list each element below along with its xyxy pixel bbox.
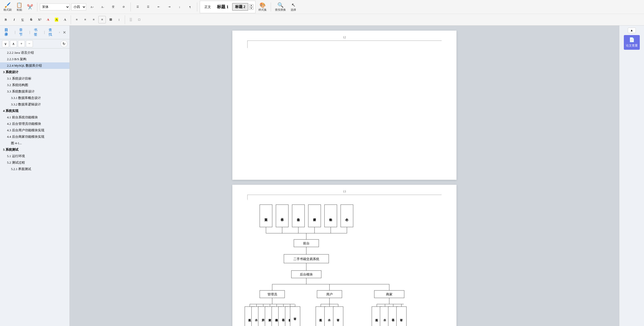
superscript-button[interactable]: X² <box>36 16 43 23</box>
italic-label: I <box>14 18 15 22</box>
cut-button[interactable]: ✂️ <box>26 3 34 11</box>
show-para-button[interactable]: ¶ <box>186 5 194 9</box>
increase-font-button[interactable]: A+ <box>88 5 96 9</box>
cut-icon: ✂️ <box>27 4 33 10</box>
bold-button[interactable]: B <box>2 16 10 23</box>
refresh-button[interactable]: ↻ <box>60 40 68 47</box>
outline-item[interactable]: 3.2 系统结构图 <box>0 82 70 88</box>
paper-check-button[interactable]: 📄 论文查重 <box>624 35 640 50</box>
outline-item[interactable]: 3.3.1 数据库概念设计 <box>0 95 70 101</box>
sidebar-close-button[interactable]: ✕ <box>61 30 68 35</box>
collapse-button[interactable]: ∨ <box>2 40 9 47</box>
paste-icon: 📋 <box>16 2 22 8</box>
page-12: 12 <box>232 31 456 180</box>
outline-item[interactable]: 2.2.3 B/S 架构 <box>0 56 70 62</box>
document-area[interactable]: 12 13 浏览首页 二手 <box>70 26 619 326</box>
tab-toc[interactable]: 目录 <box>2 27 14 37</box>
svg-rect-88 <box>396 307 406 326</box>
bullet-list-button[interactable]: ☰ <box>133 4 142 9</box>
svg-rect-6 <box>308 205 321 227</box>
underline-button[interactable]: U <box>19 16 26 23</box>
sep6 <box>125 15 125 24</box>
toolbar-row1: 🖌️ 格式刷 📋 粘贴 ✂️ 宋体 小四 A+ A- 变 ⊘ <box>0 0 644 14</box>
highlight-button[interactable]: A <box>53 16 60 23</box>
outline-item[interactable]: 5 系统测试 <box>0 147 70 153</box>
page13-top-border <box>247 195 442 195</box>
outline-item[interactable]: 3.3.2 数据库逻辑设计 <box>0 101 70 108</box>
style-scroll-down[interactable]: ▼ <box>249 7 253 10</box>
font-color-icon: A <box>47 18 49 22</box>
outline-item[interactable]: 4.1 前台系统功能模块 <box>0 114 70 121</box>
shading-button[interactable]: ░ <box>127 16 134 23</box>
line-spacing-button[interactable]: ↕ <box>115 16 123 23</box>
outline-item[interactable]: 图 4-1... <box>0 140 70 147</box>
outline-item[interactable]: 4.3 后台用户功能模块实现 <box>0 127 70 134</box>
align-left-button[interactable]: ≡ <box>73 16 80 23</box>
change-case-label: 变 <box>112 5 114 9</box>
outline-item[interactable]: 5.2 测试过程 <box>0 160 70 166</box>
style-h1-label: 标题 1 <box>217 4 228 9</box>
style-set-icon: 🎨 <box>260 2 266 8</box>
outline-item[interactable]: 4.4 后台商家功能模块实现 <box>0 134 70 140</box>
increase-font-label: A+ <box>90 5 94 8</box>
scroll-up-button[interactable]: ▲ <box>628 28 636 33</box>
font-size-select[interactable]: 小四 <box>71 3 86 10</box>
style-set-button[interactable]: 🎨 样式集 <box>257 1 268 12</box>
align-right-button[interactable]: ≡ <box>90 16 97 23</box>
svg-rect-2 <box>276 205 288 227</box>
outline-item[interactable]: 5.1 运行环境 <box>0 153 70 160</box>
svg-text:后台模块: 后台模块 <box>300 273 313 276</box>
outline-item[interactable]: 4.2 后台管理员功能模块 <box>0 121 70 127</box>
sidebar: 目录 | 章节 | 书签 | 查找 › ✕ ∨ ∧ + <box>0 26 70 326</box>
align-justify-button[interactable]: ≡ <box>98 16 106 23</box>
style-normal-button[interactable]: 正文 <box>202 4 214 10</box>
indent-button[interactable]: ⇥ <box>164 4 174 9</box>
outline-item[interactable]: 5.2.1 界面测试 <box>0 166 70 172</box>
sort-button[interactable]: ↕ <box>175 5 184 9</box>
outline-item[interactable]: 2.2.2 Java 语言介绍 <box>0 49 70 56</box>
tab-search[interactable]: 查找 <box>46 27 58 37</box>
paste-button[interactable]: 📋 粘贴 <box>15 1 24 12</box>
outline-item[interactable]: 3 系统设计 <box>0 69 70 75</box>
page-13: 13 浏览首页 二手书籍 公告信息 <box>232 185 456 326</box>
paste-label: 粘贴 <box>17 8 22 12</box>
style-scroll-up[interactable]: ▲ <box>249 4 253 7</box>
paper-check-icon: 📄 <box>629 37 634 42</box>
numbering-button[interactable]: ☰ <box>144 4 153 9</box>
table-button[interactable]: ⊞ <box>107 16 114 23</box>
style-h1-button[interactable]: 标题 1 <box>214 3 231 11</box>
outline-item[interactable]: 3.1 系统设计目标 <box>0 75 70 82</box>
search-replace-button[interactable]: 🔍 查找替换 <box>274 1 288 12</box>
style-set-label: 样式集 <box>258 8 267 12</box>
char-shading-button[interactable]: A <box>61 16 69 23</box>
remove-item-button[interactable]: − <box>26 40 33 47</box>
italic-button[interactable]: I <box>10 16 18 23</box>
add-item-button[interactable]: + <box>18 40 25 47</box>
outline-item[interactable]: 3.3 系统数据库设计 <box>0 88 70 95</box>
change-case-button[interactable]: 变 <box>108 4 118 9</box>
font-color-button[interactable]: A <box>44 16 52 23</box>
format-painter-button[interactable]: 🖌️ 格式刷 <box>2 1 13 12</box>
font-family-select[interactable]: 宋体 <box>40 3 70 10</box>
align-center-button[interactable]: ≡ <box>82 16 89 23</box>
svg-rect-0 <box>260 205 272 227</box>
outline-item[interactable]: 4 系统实现 <box>0 108 70 114</box>
sidebar-tabs: 目录 | 章节 | 书签 | 查找 › ✕ <box>0 26 70 39</box>
strikethrough-icon: S̶ <box>30 18 32 22</box>
outdent-button[interactable]: ⇤ <box>154 4 163 9</box>
diagram-container: 浏览首页 二手书籍 公告信息 后台管理 购物车 个人中心 <box>242 197 446 326</box>
select-button[interactable]: ↖ 选择 <box>289 1 298 12</box>
decrease-font-button[interactable]: A- <box>98 5 107 9</box>
outline-item[interactable]: 2.2.4 MySQL 数据库介绍 <box>0 62 70 69</box>
format-painter-icon: 🖌️ <box>4 2 11 8</box>
tab-bookmark[interactable]: 书签 <box>32 27 43 37</box>
expand-button[interactable]: ∧ <box>10 40 17 47</box>
paper-check-label: 论文查重 <box>626 43 638 48</box>
border-button[interactable]: □ <box>136 16 143 23</box>
svg-rect-74 <box>333 307 343 326</box>
strikethrough-button[interactable]: S̶ <box>28 16 35 23</box>
clear-format-button[interactable]: ⊘ <box>119 4 128 9</box>
style-h2-button[interactable]: 标题 2 <box>232 3 248 11</box>
page-12-number: 12 <box>343 35 346 39</box>
tab-section[interactable]: 章节 <box>17 27 28 37</box>
